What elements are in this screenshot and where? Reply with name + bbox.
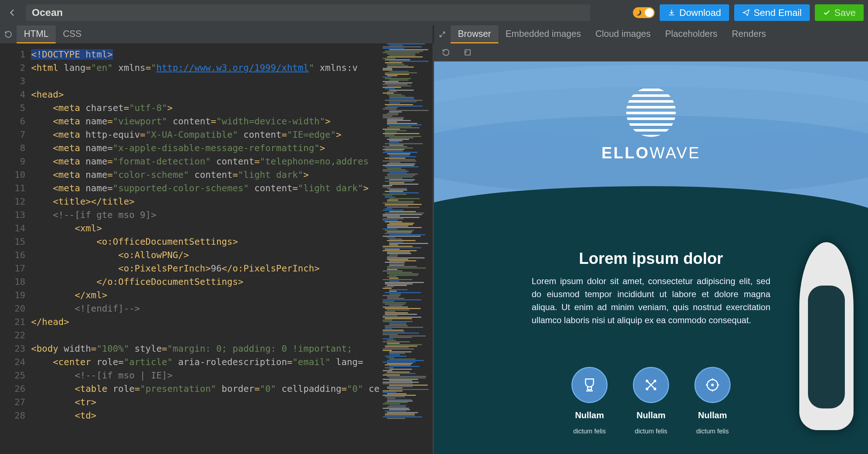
- logo-icon: [626, 87, 676, 137]
- code-editor-pane: 1234567891011121314151617181920212223242…: [0, 43, 434, 454]
- minimap[interactable]: [382, 43, 433, 454]
- tab-placeholders[interactable]: Placeholders: [658, 25, 725, 43]
- moon-icon: [635, 10, 641, 16]
- feature-sub: dictum felis: [696, 428, 729, 435]
- feature-label: Nullam: [637, 410, 665, 420]
- feature-icon: [694, 367, 731, 403]
- feature-icon: [571, 367, 608, 403]
- feature-item: Nullamdictum felis: [694, 367, 731, 435]
- email-preview: ELLOWAVE Lorem ipsum dolor Lorem ipsum d…: [434, 61, 868, 454]
- tab-bar: HTML CSS Browser Embedded images Cloud i…: [0, 25, 868, 43]
- feature-sub: dictum felis: [635, 428, 667, 435]
- feature-sub: dictum felis: [573, 428, 606, 435]
- theme-toggle[interactable]: [633, 7, 655, 18]
- refresh-preview-button[interactable]: [438, 44, 454, 61]
- tab-embedded-images[interactable]: Embedded images: [498, 25, 588, 43]
- back-button[interactable]: [4, 5, 20, 21]
- feature-icon: [633, 367, 669, 403]
- send-email-button[interactable]: Send Email: [734, 4, 810, 21]
- tab-browser[interactable]: Browser: [451, 25, 498, 43]
- open-external-button[interactable]: [459, 44, 476, 61]
- download-button[interactable]: Download: [660, 4, 729, 21]
- svg-point-6: [711, 384, 714, 386]
- save-button[interactable]: Save: [815, 4, 864, 21]
- toggle-knob: [645, 8, 654, 17]
- feature-label: Nullam: [698, 410, 727, 420]
- tab-renders[interactable]: Renders: [725, 25, 774, 43]
- code-editor[interactable]: 1234567891011121314151617181920212223242…: [0, 43, 433, 454]
- check-icon: [823, 9, 831, 17]
- tab-html[interactable]: HTML: [17, 25, 56, 43]
- send-icon: [742, 9, 750, 17]
- feature-item: Nullamdictum felis: [571, 367, 608, 435]
- download-icon: [668, 9, 676, 17]
- feature-label: Nullam: [575, 410, 604, 420]
- brand-logo: ELLOWAVE: [601, 87, 701, 162]
- boat-illustration: [799, 242, 854, 430]
- refresh-code-button[interactable]: [0, 26, 17, 43]
- hero-body: Lorem ipsum dolor sit amet, consectetur …: [532, 275, 770, 327]
- feature-item: Nullamdictum felis: [633, 367, 669, 435]
- preview-pane: ELLOWAVE Lorem ipsum dolor Lorem ipsum d…: [434, 43, 868, 454]
- tab-cloud-images[interactable]: Cloud images: [588, 25, 658, 43]
- expand-preview-button[interactable]: [434, 26, 451, 43]
- tab-css[interactable]: CSS: [56, 25, 89, 43]
- topbar: Download Send Email Save: [0, 0, 868, 25]
- project-title-input[interactable]: [26, 4, 590, 21]
- preview-toolbar: [434, 43, 868, 61]
